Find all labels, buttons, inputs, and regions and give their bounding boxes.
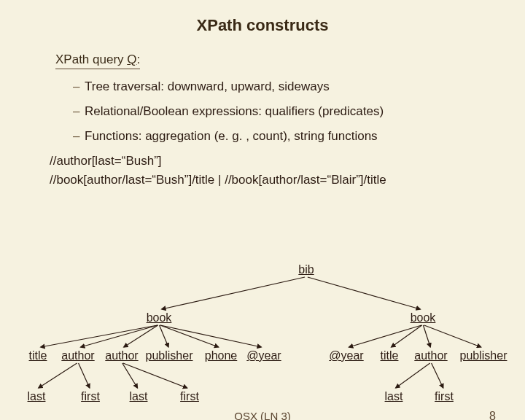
- page-number: 8: [489, 410, 496, 420]
- xpath-example-2: //book[author/last=“Bush”]/title | //boo…: [50, 173, 499, 187]
- tree-node-auth2: author: [105, 349, 138, 362]
- tree-node-auth3: author: [414, 349, 447, 362]
- tree-node-book1: book: [147, 311, 172, 324]
- xpath-example-1: //author[last=“Bush”]: [50, 154, 499, 168]
- tree-node-pub1: publisher: [146, 349, 193, 362]
- tree-node-title1: title: [29, 349, 47, 362]
- tree-node-first3: first: [435, 390, 454, 403]
- tree-node-last3: last: [385, 390, 403, 403]
- tree-node-title2: title: [381, 349, 399, 362]
- tree-node-book2: book: [411, 311, 436, 324]
- bullet-list: Tree traversal: downward, upward, sidewa…: [73, 79, 499, 144]
- tree-node-bib: bib: [298, 263, 314, 276]
- tree-node-last2: last: [130, 390, 148, 403]
- query-suffix: :: [137, 52, 141, 66]
- tree-node-year2: @year: [329, 349, 363, 362]
- query-heading: XPath query Q:: [55, 52, 140, 69]
- tree-node-first2: first: [180, 390, 199, 403]
- tree-node-first1: first: [81, 390, 100, 403]
- bullet-item: Tree traversal: downward, upward, sidewa…: [73, 79, 499, 94]
- slide-title: XPath constructs: [26, 16, 499, 35]
- code-block: //author[last=“Bush”] //book[author/last…: [50, 154, 499, 187]
- tree-node-last1: last: [28, 390, 46, 403]
- bullet-item: Relational/Boolean expressions: qualifie…: [73, 104, 499, 119]
- footer-center: QSX (LN 3): [234, 410, 291, 420]
- query-prefix: XPath query: [55, 52, 127, 66]
- bullet-item: Functions: aggregation (e. g. , count), …: [73, 129, 499, 144]
- tree-node-year1: @year: [246, 349, 281, 362]
- query-var: Q: [127, 52, 136, 66]
- tree-node-auth1: author: [61, 349, 94, 362]
- tree-node-pub2: publisher: [460, 349, 508, 362]
- tree-node-phone: phone: [205, 349, 238, 362]
